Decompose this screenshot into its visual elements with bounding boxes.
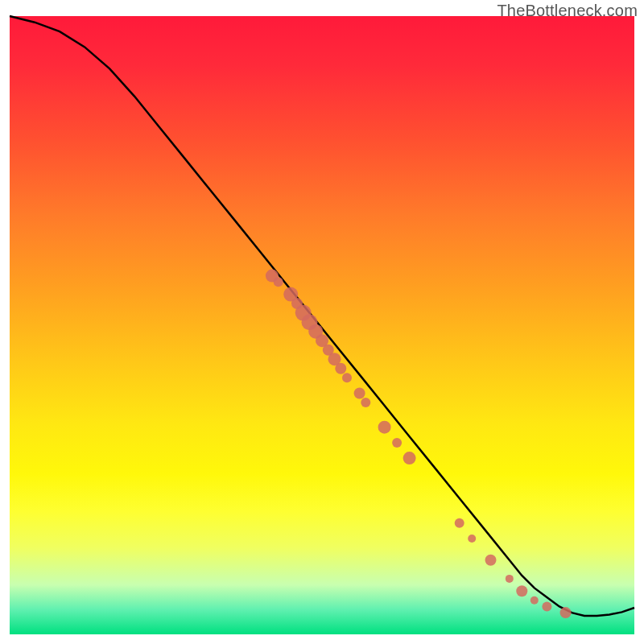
data-point: [485, 555, 497, 566]
data-point: [354, 388, 365, 399]
data-point: [506, 575, 514, 583]
data-point: [560, 607, 572, 618]
data-point: [516, 585, 527, 597]
data-point: [335, 363, 346, 374]
sample-points: [266, 270, 572, 618]
data-point: [468, 535, 476, 543]
data-point: [392, 438, 402, 448]
data-point: [378, 421, 391, 434]
curve-path: [10, 16, 634, 616]
data-point: [274, 277, 283, 287]
chart-svg: [10, 16, 634, 634]
bottleneck-curve: [10, 16, 634, 616]
data-point: [455, 518, 464, 528]
data-point: [342, 373, 352, 382]
data-point: [403, 452, 416, 464]
data-point: [542, 601, 551, 611]
data-point: [361, 398, 370, 407]
data-point: [530, 597, 539, 605]
